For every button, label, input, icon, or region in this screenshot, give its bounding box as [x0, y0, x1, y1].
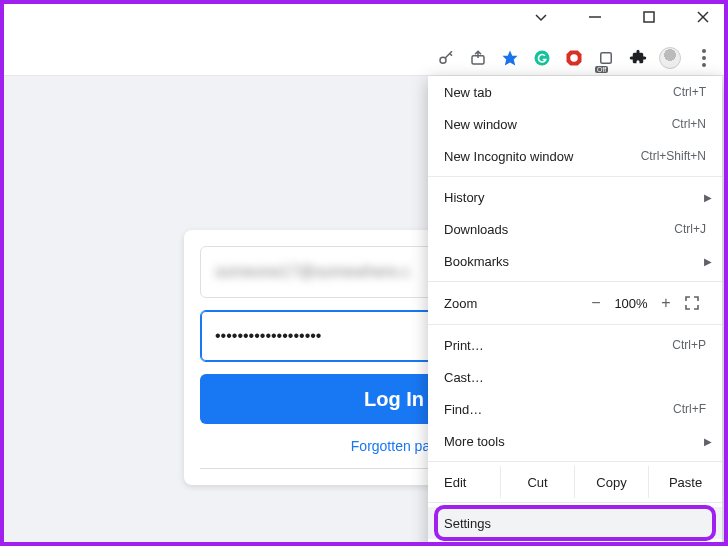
menu-more-tools[interactable]: More tools▶ [428, 425, 722, 457]
chrome-menu: New tabCtrl+T New windowCtrl+N New Incog… [428, 76, 722, 546]
menu-new-incognito[interactable]: New Incognito windowCtrl+Shift+N [428, 140, 722, 172]
menu-zoom: Zoom − 100% + [428, 286, 722, 320]
ext-off-icon[interactable]: Off [593, 45, 619, 71]
menu-paste[interactable]: Paste [648, 466, 722, 498]
svg-point-9 [570, 54, 578, 62]
zoom-in-button[interactable]: + [654, 294, 678, 312]
fullscreen-icon[interactable] [678, 295, 706, 311]
menu-new-window[interactable]: New windowCtrl+N [428, 108, 722, 140]
svg-point-7 [535, 50, 550, 65]
off-badge: Off [595, 66, 608, 73]
menu-copy[interactable]: Copy [574, 466, 648, 498]
menu-help[interactable]: Help▶ [428, 539, 722, 546]
menu-new-tab[interactable]: New tabCtrl+T [428, 76, 722, 108]
menu-edit-label: Edit [428, 475, 500, 490]
svg-rect-1 [644, 12, 654, 22]
menu-print[interactable]: Print…Ctrl+P [428, 329, 722, 361]
puzzle-icon[interactable] [625, 45, 651, 71]
chevron-down-icon[interactable] [530, 6, 552, 28]
zoom-out-button[interactable]: − [584, 294, 608, 312]
close-button[interactable] [692, 6, 714, 28]
zoom-label: Zoom [444, 296, 584, 311]
menu-edit-row: Edit Cut Copy Paste [428, 466, 722, 498]
chevron-right-icon: ▶ [704, 192, 712, 203]
chevron-right-icon: ▶ [704, 256, 712, 267]
window-controls [530, 6, 714, 28]
chevron-right-icon: ▶ [704, 436, 712, 447]
kebab-icon[interactable] [692, 46, 716, 70]
svg-point-4 [440, 57, 446, 63]
share-icon[interactable] [465, 45, 491, 71]
star-icon[interactable] [497, 45, 523, 71]
adblock-icon[interactable] [561, 45, 587, 71]
browser-toolbar: Off [4, 40, 724, 76]
minimize-button[interactable] [584, 6, 606, 28]
menu-bookmarks[interactable]: Bookmarks▶ [428, 245, 722, 277]
menu-cut[interactable]: Cut [500, 466, 574, 498]
avatar-icon[interactable] [657, 45, 683, 71]
maximize-button[interactable] [638, 6, 660, 28]
svg-marker-6 [503, 50, 518, 65]
menu-history[interactable]: History▶ [428, 181, 722, 213]
menu-find[interactable]: Find…Ctrl+F [428, 393, 722, 425]
menu-cast[interactable]: Cast… [428, 361, 722, 393]
menu-settings[interactable]: Settings [428, 507, 722, 539]
svg-rect-10 [601, 52, 612, 63]
grammarly-icon[interactable] [529, 45, 555, 71]
menu-downloads[interactable]: DownloadsCtrl+J [428, 213, 722, 245]
key-icon[interactable] [433, 45, 459, 71]
zoom-value: 100% [608, 296, 654, 311]
